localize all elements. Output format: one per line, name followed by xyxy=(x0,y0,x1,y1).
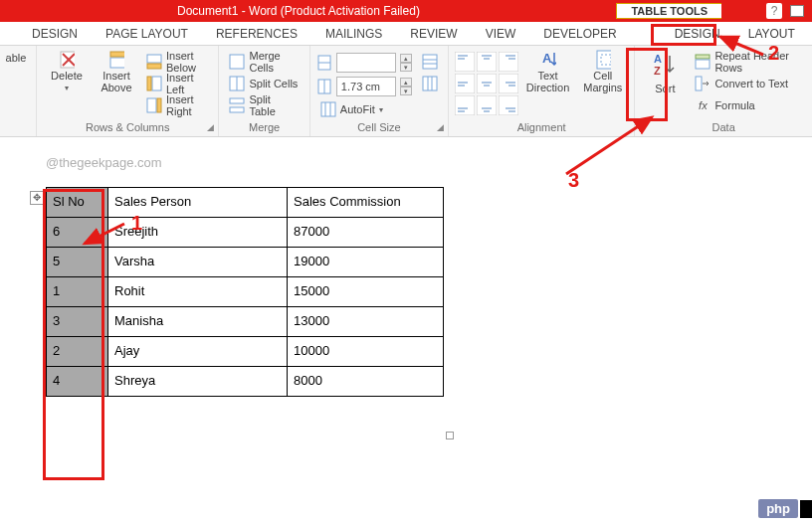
align-top-right[interactable] xyxy=(499,52,518,72)
insert-right-label: Insert Right xyxy=(166,93,208,117)
align-mid-center[interactable] xyxy=(477,74,497,93)
svg-rect-20 xyxy=(321,102,335,116)
insert-left-button[interactable]: Insert Left xyxy=(142,74,212,93)
table-row[interactable]: 1Rohit15000 xyxy=(47,277,444,307)
table-row[interactable]: 5Varsha19000 xyxy=(47,248,444,277)
col-width-control[interactable]: ▴▾ xyxy=(316,76,412,97)
align-mid-left[interactable] xyxy=(455,74,475,93)
tab-review[interactable]: REVIEW xyxy=(396,22,471,45)
height-spinner[interactable]: ▴▾ xyxy=(400,54,412,72)
help-icon[interactable]: ? xyxy=(766,3,782,19)
alignment-grid xyxy=(455,48,518,119)
align-top-center[interactable] xyxy=(477,52,497,72)
svg-rect-4 xyxy=(110,52,124,57)
distribute-cols-button[interactable] xyxy=(418,74,442,93)
convert-text-icon xyxy=(695,76,710,91)
tab-design[interactable]: DESIGN xyxy=(18,22,92,45)
delete-button[interactable]: Delete ▾ xyxy=(43,48,91,119)
svg-rect-57 xyxy=(597,51,611,69)
split-cells-button[interactable]: Split Cells xyxy=(225,74,303,93)
svg-rect-61 xyxy=(696,55,710,59)
window-title: Document1 - Word (Product Activation Fai… xyxy=(177,4,420,18)
insert-below-button[interactable]: Insert Below xyxy=(142,52,212,72)
watermark-text: @thegeekpage.com xyxy=(46,155,162,170)
black-box xyxy=(800,500,812,518)
insert-right-button[interactable]: Insert Right xyxy=(142,95,212,115)
svg-rect-35 xyxy=(499,52,518,72)
table-resize-handle[interactable] xyxy=(446,432,454,439)
table-row[interactable]: 4Shreya8000 xyxy=(47,367,444,397)
highlight-sl-column xyxy=(43,189,104,480)
tab-references[interactable]: REFERENCES xyxy=(202,22,311,45)
ribbon-display-options-icon[interactable] xyxy=(790,5,804,17)
convert-to-text-button[interactable]: Convert to Text xyxy=(691,74,806,93)
formula-label: Formula xyxy=(714,99,754,111)
header-sales-commission[interactable]: Sales Commission xyxy=(288,188,444,218)
svg-rect-63 xyxy=(696,77,702,90)
align-bot-left[interactable] xyxy=(455,95,475,115)
table-button[interactable]: able xyxy=(2,48,30,119)
text-direction-label: Text Direction xyxy=(526,70,569,93)
table-row[interactable]: 2Ajay10000 xyxy=(47,337,444,367)
svg-rect-47 xyxy=(455,95,475,115)
svg-rect-53 xyxy=(499,95,518,115)
dialog-launcher-icon[interactable]: ◢ xyxy=(207,122,214,132)
convert-text-label: Convert to Text xyxy=(714,78,788,89)
svg-rect-38 xyxy=(455,74,475,93)
sales-table[interactable]: Sl No Sales Person Sales Commission 6Sre… xyxy=(46,187,444,397)
cell-margins-button[interactable]: Cell Margins xyxy=(577,48,628,119)
svg-rect-26 xyxy=(423,77,437,90)
insert-right-icon xyxy=(146,97,162,113)
chevron-down-icon: ▾ xyxy=(65,84,69,92)
repeat-header-icon xyxy=(695,54,710,70)
align-bot-center[interactable] xyxy=(477,95,497,115)
svg-rect-15 xyxy=(230,107,244,112)
width-spinner[interactable]: ▴▾ xyxy=(400,78,412,95)
insert-above-label: Insert Above xyxy=(101,70,131,93)
insert-above-button[interactable]: Insert Above xyxy=(93,48,140,119)
header-sales-person[interactable]: Sales Person xyxy=(108,188,288,218)
merge-cells-icon xyxy=(229,54,245,70)
table-move-handle[interactable]: ✥ xyxy=(30,191,44,205)
text-direction-button[interactable]: A Text Direction xyxy=(520,48,575,119)
table-row[interactable]: 6Sreejith87000 xyxy=(47,218,444,248)
group-rows-columns: Rows & Columns xyxy=(43,119,212,136)
tab-table-layout[interactable]: LAYOUT xyxy=(734,22,809,45)
highlight-layout-tab xyxy=(651,24,716,46)
ribbon: able Delete ▾ Insert Above xyxy=(0,46,812,137)
group-alignment: Alignment xyxy=(455,119,629,136)
align-bot-right[interactable] xyxy=(499,95,518,115)
insert-below-label: Insert Below xyxy=(166,50,208,74)
distribute-rows-icon xyxy=(422,54,438,70)
width-input[interactable] xyxy=(336,77,396,96)
svg-rect-41 xyxy=(477,74,497,93)
svg-rect-9 xyxy=(147,98,156,112)
tab-view[interactable]: VIEW xyxy=(472,22,530,45)
table-header-row[interactable]: Sl No Sales Person Sales Commission xyxy=(47,188,444,218)
distribute-cols-icon xyxy=(422,76,438,91)
table-button-label: able xyxy=(6,52,27,64)
autofit-button[interactable]: AutoFit ▾ xyxy=(316,99,412,119)
svg-rect-7 xyxy=(152,77,161,90)
delete-icon xyxy=(59,52,75,68)
align-top-left[interactable] xyxy=(455,52,475,72)
height-input[interactable] xyxy=(336,53,396,73)
table-row[interactable]: 3Manisha13000 xyxy=(47,307,444,337)
svg-rect-29 xyxy=(455,52,475,72)
tab-mailings[interactable]: MAILINGS xyxy=(311,22,396,45)
autofit-icon xyxy=(320,101,336,117)
group-data: Data xyxy=(641,119,806,136)
tab-developer[interactable]: DEVELOPER xyxy=(529,22,630,45)
split-table-icon xyxy=(229,97,245,113)
svg-rect-5 xyxy=(147,55,161,63)
merge-cells-button[interactable]: Merge Cells xyxy=(225,52,303,72)
dialog-launcher-icon[interactable]: ◢ xyxy=(437,122,444,132)
tab-page-layout[interactable]: PAGE LAYOUT xyxy=(92,22,202,45)
formula-button[interactable]: fx Formula xyxy=(691,95,806,115)
row-height-control[interactable]: ▴▾ xyxy=(316,52,412,74)
distribute-rows-button[interactable] xyxy=(418,52,442,72)
align-mid-right[interactable] xyxy=(499,74,518,93)
split-table-button[interactable]: Split Table xyxy=(225,95,303,115)
repeat-header-rows-button[interactable]: Repeat Header Rows xyxy=(691,52,806,72)
autofit-label: AutoFit xyxy=(340,103,375,115)
